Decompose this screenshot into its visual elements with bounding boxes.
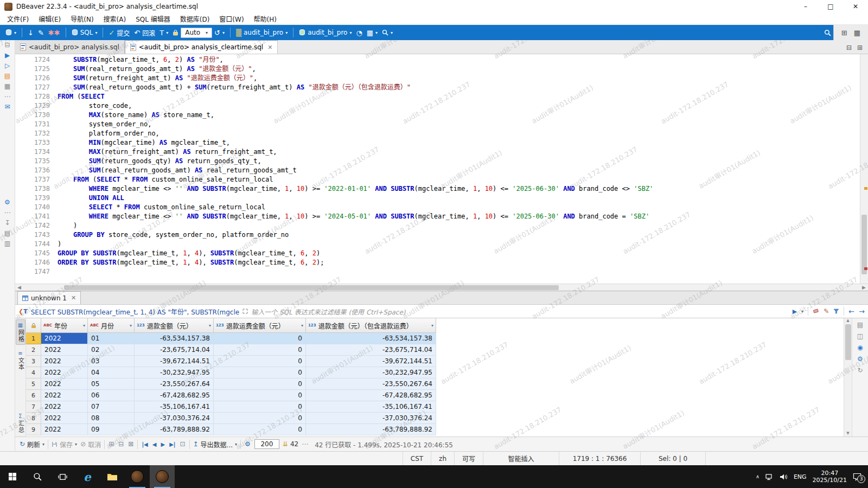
cell[interactable]: 2022 [41,333,88,344]
cell[interactable]: 2022 [41,356,88,367]
code-line[interactable]: 1746ORDER BY SUBSTR(mgclear_time_t, 1, 4… [15,258,860,267]
task-view-button[interactable] [50,465,75,488]
scroll-up-icon[interactable]: ▲ [846,318,849,323]
column-header-5[interactable]: 123退款金额（元）（包含退款运费）▾ [306,318,436,333]
code-line[interactable]: 1725 SUM(real_return_goods_amt_t) AS "退款… [15,65,860,74]
cell[interactable]: 0 [214,390,306,401]
restore-panel-icon[interactable]: ⊟ [4,42,10,48]
cell[interactable]: -67,428,682.95 [135,390,214,401]
code-line[interactable]: 1740 SELECT * FROM custom_online_sale_re… [15,203,860,212]
editor-tab-analysis[interactable]: <audit_bi_pro> analysis.sql [15,40,125,54]
export-icon[interactable]: ↧ [4,220,10,226]
code-line[interactable]: 1724 SUBSTR(mgclear_time_t, 6, 2) AS "月份… [15,55,860,65]
schema-selector[interactable]: audit_bi_pro ▾ [297,26,354,39]
scrollbar-thumb[interactable] [845,324,851,360]
result-view-tab-1[interactable]: ▦网格 [16,319,25,345]
previous-row-button[interactable]: ◀ [152,441,157,447]
transaction-log-button[interactable]: ↺ ▾ [212,26,227,39]
transaction-mode-button[interactable]: T ▾ [157,26,170,39]
cell[interactable]: 0 [214,401,306,413]
apply-filter-icon[interactable]: ▶ [793,308,797,315]
filter-query-text[interactable]: SELECT SUBSTR(mgclear_time_t, 1, 4) AS "… [31,307,239,316]
results-vertical-scrollbar[interactable]: ▲ ▼ [844,318,852,436]
results-grid[interactable]: ABC年份▾ABC月份▾123退款金额（元）▾123退款运费金额（元）▾123退… [26,318,844,436]
code-line[interactable]: 1742 ) [15,221,860,230]
cell[interactable]: 05 [88,378,135,390]
code-line[interactable]: 1745GROUP BY SUBSTR(mgclear_time_t, 1, 4… [15,249,860,258]
filter-placeholder[interactable]: 输入一个 SQL 表达式来过滤结果 (使用 Ctrl+Space) [251,307,789,316]
cell[interactable]: -37,030,376.24 [306,413,436,424]
split-panel-icon[interactable]: ◫ [857,333,863,339]
taskbar-search-button[interactable] [25,465,50,488]
menu-item-8[interactable]: 帮助(H) [249,14,282,23]
column-header-4[interactable]: 123退款运费金额（元）▾ [214,318,306,333]
menu-item-7[interactable]: 窗口(W) [214,14,248,23]
file-explorer-button[interactable] [100,465,125,488]
column-header-1[interactable]: ABC年份▾ [41,318,88,333]
grid-settings-gear-icon[interactable]: ⚙ [244,440,251,448]
cell[interactable]: -39,672,144.51 [306,356,436,367]
code-line[interactable]: 1728FROM (SELECT [15,92,860,101]
fetch-size-input[interactable] [254,439,279,449]
cell[interactable]: -63,789,888.92 [135,424,214,435]
back-icon[interactable]: ← [848,307,854,316]
pinned-app-button[interactable] [125,465,150,488]
time-limit-button[interactable]: ◔ [354,26,364,39]
row-number[interactable]: 5 [26,378,41,390]
cell[interactable]: -30,232,947.95 [306,367,436,378]
cell[interactable]: 2022 [41,413,88,424]
row-number[interactable]: 7 [26,401,41,413]
fetch-all-button[interactable]: ⇊ 42 [283,440,298,448]
result-view-tab-2[interactable]: ≡文本 [16,348,25,373]
taskbar-clock[interactable]: 20:47 2025/10/21 [813,470,847,484]
row-number[interactable]: 8 [26,413,41,424]
scrollbar-thumb[interactable] [861,215,867,274]
editor-horizontal-scrollbar[interactable]: ◀ ▶ [15,284,868,291]
delete-row-icon[interactable]: ⊠ [127,440,134,448]
code-line[interactable]: 1737 FROM (SELECT * FROM custom_online_s… [15,175,860,184]
filter-funnel-icon[interactable] [833,309,839,314]
cell[interactable]: -63,534,157.38 [135,333,214,344]
cell[interactable]: -23,675,714.04 [306,344,436,356]
quick-search-button[interactable] [822,26,833,39]
cell[interactable]: -63,789,888.92 [306,424,436,435]
rollback-button[interactable]: ↶ 回滚 [132,26,157,39]
menu-item-1[interactable]: 文件(F) [2,14,34,23]
code-line[interactable]: 1729 store_code, [15,101,860,111]
close-button[interactable]: ✕ [843,0,868,13]
cell[interactable]: 2022 [41,424,88,435]
refresh-button[interactable]: ↻ 刷新 ▾ [20,440,44,449]
menu-item-5[interactable]: SQL 编辑器 [131,14,175,23]
lock-button[interactable] [170,26,181,39]
export-data-button[interactable]: ↥ 导出数据... ▾ [193,440,238,449]
sql-editor[interactable]: 1724 SUBSTR(mgclear_time_t, 6, 2) AS "月份… [15,54,868,284]
file-alert-icon[interactable]: ▤ [4,230,10,236]
column-dropdown-icon[interactable]: ▾ [130,323,132,328]
next-row-button[interactable]: ▶ [160,441,165,447]
cell[interactable]: 07 [88,401,135,413]
cancel-button[interactable]: ⊘ 取消 [80,440,101,449]
internet-explorer-button[interactable]: e [75,465,100,488]
run-script-icon[interactable]: ▷ [5,62,10,69]
start-button[interactable] [0,465,25,488]
cell[interactable]: 2022 [41,367,88,378]
cell[interactable]: -67,428,682.95 [306,390,436,401]
cell[interactable]: 0 [214,367,306,378]
cell[interactable]: 0 [214,413,306,424]
cell[interactable]: 02 [88,344,135,356]
row-number[interactable]: 6 [26,390,41,401]
row-number[interactable]: 1 [26,333,41,344]
file-icon[interactable]: ▥ [4,240,10,247]
code-line[interactable]: 1732 platform_order_no, [15,129,860,138]
edit-button[interactable]: ✎ [36,26,46,39]
cell[interactable]: 2022 [41,401,88,413]
mail-icon[interactable]: ✉ [4,104,10,110]
panel-icon[interactable]: ▤ [857,322,863,328]
cell[interactable]: 03 [88,356,135,367]
code-area[interactable]: 1724 SUBSTR(mgclear_time_t, 6, 2) AS "月份… [15,54,860,284]
action-center-button[interactable]: 3 [853,473,861,481]
filter-history-icon[interactable]: ▾ [801,309,803,314]
new-connection-button[interactable]: ▾ [3,26,18,39]
cell[interactable]: 2022 [41,344,88,356]
code-line[interactable]: 1726 SUM(return_freight_amt_t) AS "退款运费金… [15,74,860,83]
